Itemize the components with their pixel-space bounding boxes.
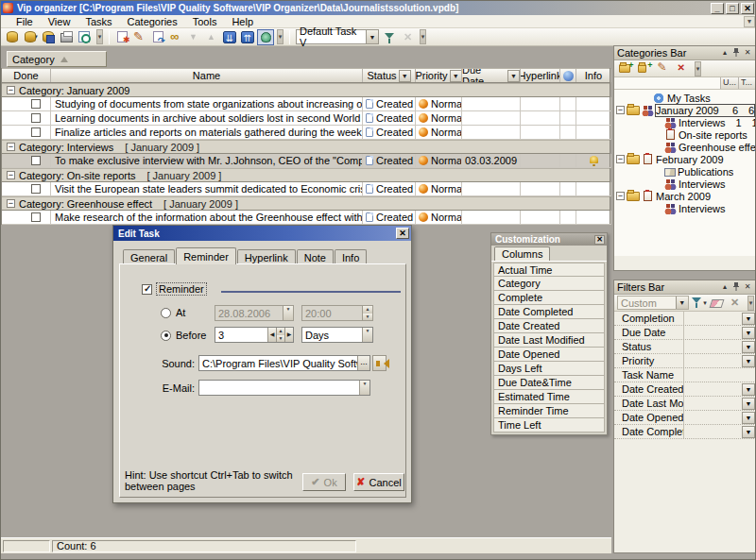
task-done-checkbox[interactable] bbox=[31, 156, 41, 165]
category-group-row[interactable]: Category: Interviews [ January 2009 ] bbox=[2, 140, 610, 154]
toolbar-button[interactable] bbox=[185, 29, 202, 45]
chevron-down-icon[interactable]: ▼ bbox=[360, 381, 369, 395]
at-radio[interactable] bbox=[161, 308, 171, 318]
dialog-titlebar[interactable]: Edit Task ✕ bbox=[113, 226, 411, 241]
chevron-down-icon[interactable]: ▼ bbox=[676, 297, 688, 309]
menu-overflow-grip[interactable]: ▾ bbox=[744, 16, 755, 27]
collapse-group-icon[interactable] bbox=[7, 171, 15, 179]
before-value-input[interactable]: 3 ◀ ▲▼ ▶ bbox=[215, 327, 294, 343]
clear-filter-button[interactable] bbox=[709, 295, 725, 311]
pin-icon[interactable] bbox=[730, 48, 742, 59]
dialog-tab[interactable]: Info bbox=[335, 249, 367, 264]
filter-dropdown-button[interactable]: ▼ bbox=[742, 383, 755, 396]
column-item[interactable]: Category bbox=[493, 277, 605, 291]
close-icon[interactable]: ✕ bbox=[594, 235, 605, 245]
sound-play-button[interactable] bbox=[372, 355, 387, 371]
tree-item[interactable]: February 2009 bbox=[614, 153, 756, 165]
filter-value[interactable] bbox=[684, 368, 742, 382]
filter-value[interactable] bbox=[684, 354, 742, 367]
toolbar-overflow-grip[interactable]: ▾ bbox=[277, 29, 284, 44]
task-done-checkbox[interactable] bbox=[31, 127, 41, 137]
menu-item[interactable]: File bbox=[9, 15, 41, 28]
table-row[interactable]: Finalize articles and reports on materia… bbox=[2, 126, 610, 140]
column-item[interactable]: Date Opened bbox=[493, 348, 605, 362]
tab-columns[interactable]: Columns bbox=[494, 246, 550, 261]
dialog-close-button[interactable]: ✕ bbox=[396, 228, 409, 239]
task-name[interactable]: Visit the European state leaders summit … bbox=[51, 182, 363, 196]
status-filter-button[interactable]: ▼ bbox=[399, 70, 411, 82]
collapse-group-icon[interactable] bbox=[7, 86, 15, 94]
spin-up-icon[interactable]: ▲ bbox=[277, 328, 284, 335]
group-by-category-button[interactable]: Category bbox=[7, 51, 107, 67]
delete-category-button[interactable] bbox=[674, 60, 691, 76]
collapse-panel-icon[interactable]: ▴ bbox=[719, 282, 730, 293]
filter-dropdown-button[interactable]: ▼ bbox=[742, 355, 755, 367]
filter-row[interactable]: Due Date ▼ bbox=[614, 326, 756, 340]
task-name[interactable]: Learning documents in archive about sold… bbox=[51, 111, 363, 126]
apply-filter-button[interactable]: ▾ bbox=[691, 295, 707, 311]
column-header-status[interactable]: Status▼ bbox=[363, 69, 416, 82]
at-time-spinner[interactable]: 20:00 ▲▼ bbox=[301, 305, 373, 321]
column-header-priority[interactable]: Priority▼ bbox=[416, 69, 462, 82]
edit-category-button[interactable] bbox=[655, 60, 672, 76]
minimize-button[interactable]: _ bbox=[711, 3, 724, 14]
filter-value[interactable] bbox=[684, 340, 742, 353]
column-header-hyperlink[interactable]: Hyperlink bbox=[521, 69, 560, 82]
toolbar-overflow-grip[interactable]: ▾ bbox=[96, 29, 103, 44]
at-date-select[interactable]: 28.08.2006 ▼ bbox=[215, 305, 294, 321]
category-group-row[interactable]: Category: On-site reports [ January 2009… bbox=[2, 168, 610, 182]
spin-down-icon[interactable]: ▼ bbox=[363, 314, 372, 321]
task-done-checkbox[interactable] bbox=[31, 184, 41, 194]
column-item[interactable]: Reminder Time bbox=[493, 404, 605, 418]
filter-value[interactable] bbox=[684, 312, 742, 325]
categories-bar-header[interactable]: Categories Bar ▴ ✕ bbox=[614, 46, 756, 60]
at-radio-label[interactable]: At bbox=[176, 307, 185, 318]
total-column-header[interactable]: T... bbox=[738, 77, 756, 89]
table-row[interactable]: Category: Interviews [ January 2009 ] bbox=[2, 140, 610, 154]
table-row[interactable]: Category: January 2009 bbox=[2, 83, 610, 97]
due-date-filter-button[interactable]: ▼ bbox=[507, 70, 520, 82]
filter-value[interactable] bbox=[684, 382, 742, 396]
toolbar-button[interactable]: ▾ bbox=[23, 29, 40, 45]
ok-button[interactable]: ✔Ok bbox=[302, 473, 346, 491]
tree-item[interactable]: Interviews 1 1 bbox=[614, 116, 756, 128]
task-done-checkbox[interactable] bbox=[31, 113, 41, 123]
menu-item[interactable]: Tasks bbox=[77, 15, 119, 28]
collapse-group-icon[interactable] bbox=[7, 143, 15, 151]
task-name[interactable]: To make exclusive interview with Mr. J.J… bbox=[51, 154, 363, 168]
column-item[interactable]: Due Date&Time bbox=[493, 376, 605, 390]
new-category-button[interactable]: + bbox=[617, 60, 634, 76]
collapse-node-icon[interactable] bbox=[616, 106, 625, 114]
column-header-info-icon[interactable] bbox=[560, 69, 576, 82]
toolbar-overflow-grip[interactable]: ▾ bbox=[695, 61, 701, 76]
table-row[interactable]: To make exclusive interview with Mr. J.J… bbox=[2, 154, 610, 168]
filter-row[interactable]: Date Last Modifi ▼ bbox=[614, 397, 756, 411]
uncompleted-column-header[interactable]: U... bbox=[720, 77, 738, 89]
tree-item[interactable]: On-site reports 1 1 bbox=[614, 128, 756, 141]
filter-preset-combo[interactable]: Custom▼ bbox=[617, 296, 689, 310]
filter-value[interactable] bbox=[684, 411, 742, 424]
step-left-icon[interactable]: ◀ bbox=[267, 328, 276, 342]
filter-value[interactable] bbox=[684, 397, 742, 410]
collapse-panel-icon[interactable]: ▴ bbox=[719, 48, 730, 59]
chevron-down-icon[interactable]: ▼ bbox=[284, 306, 293, 320]
filter-dropdown-button[interactable]: ▼ bbox=[742, 313, 755, 325]
task-view-combo[interactable]: Default Task V▼ bbox=[296, 29, 379, 44]
column-item[interactable]: Days Left bbox=[493, 362, 605, 376]
dialog-tab[interactable]: Hyperlink bbox=[237, 249, 296, 264]
toolbar-button[interactable] bbox=[131, 29, 148, 45]
column-item[interactable]: Complete bbox=[493, 291, 605, 305]
filter-row[interactable]: Date Created ▼ bbox=[614, 382, 756, 397]
menu-item[interactable]: Tools bbox=[185, 15, 225, 28]
toolbar-button[interactable]: ▾ bbox=[41, 29, 58, 45]
toolbar-button[interactable] bbox=[400, 29, 417, 45]
column-header-done[interactable]: Done bbox=[2, 69, 51, 82]
column-header-name[interactable]: Name bbox=[51, 69, 363, 82]
toolbar-button[interactable]: ▾ bbox=[77, 29, 94, 45]
column-item[interactable]: Actual Time bbox=[493, 263, 605, 277]
toolbar-button[interactable] bbox=[203, 29, 220, 45]
maximize-button[interactable]: □ bbox=[726, 3, 739, 14]
filter-row[interactable]: Completion ▼ bbox=[614, 312, 756, 326]
filter-row[interactable]: Date Completed ▼ bbox=[614, 425, 756, 439]
column-item[interactable]: Date Completed bbox=[493, 305, 605, 319]
